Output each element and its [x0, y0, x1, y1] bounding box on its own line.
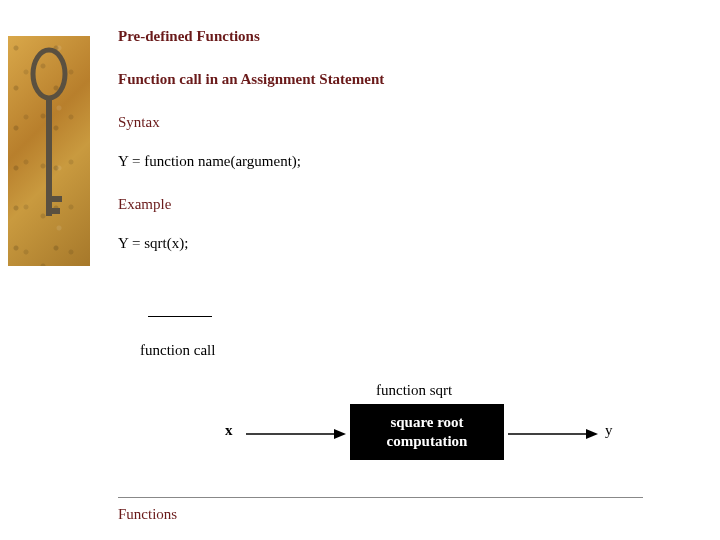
- example-label: Example: [118, 196, 678, 213]
- box-line2: computation: [350, 432, 504, 451]
- example-code: Y = sqrt(x);: [118, 235, 678, 252]
- svg-rect-3: [52, 208, 60, 214]
- output-y-label: y: [605, 422, 613, 439]
- function-sqrt-label: function sqrt: [376, 382, 452, 399]
- underline: [148, 316, 212, 317]
- box-line1: square root: [350, 413, 504, 432]
- syntax-code: Y = function name(argument);: [118, 153, 678, 170]
- slide: Pre-defined Functions Function call in a…: [0, 0, 720, 540]
- svg-rect-2: [52, 196, 62, 202]
- syntax-label: Syntax: [118, 114, 678, 131]
- svg-marker-5: [334, 429, 346, 439]
- diagram: function sqrt x square root computation …: [118, 392, 678, 482]
- svg-point-0: [33, 50, 65, 98]
- footer-label: Functions: [118, 506, 177, 523]
- function-call-label: function call: [140, 342, 215, 359]
- decorative-side-image: [8, 36, 90, 266]
- content-area: Pre-defined Functions Function call in a…: [118, 28, 678, 278]
- page-title: Pre-defined Functions: [118, 28, 678, 45]
- arrow-icon: [246, 428, 346, 440]
- svg-marker-7: [586, 429, 598, 439]
- svg-rect-1: [46, 96, 52, 216]
- input-x-label: x: [225, 422, 233, 439]
- key-icon: [29, 46, 69, 246]
- section-subtitle: Function call in an Assignment Statement: [118, 71, 678, 88]
- footer-divider: [118, 497, 643, 498]
- computation-box: square root computation: [350, 404, 504, 460]
- arrow-icon: [508, 428, 598, 440]
